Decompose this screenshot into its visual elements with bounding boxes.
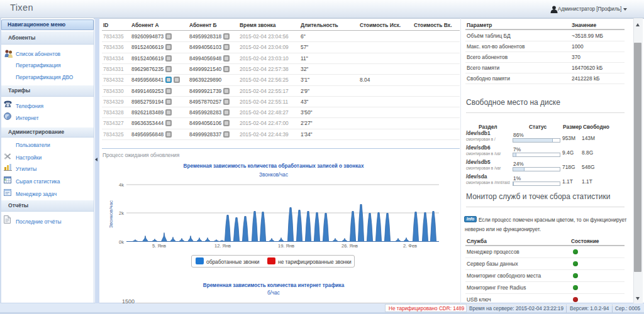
svg-text:2. Фев: 2. Фев [403, 243, 417, 249]
svg-text:2k: 2k [119, 210, 124, 216]
svg-text:26. Янв: 26. Янв [341, 243, 358, 249]
svg-text:0k: 0k [119, 239, 124, 245]
svg-text:5. Янв: 5. Янв [152, 243, 166, 249]
svg-text:19. Янв: 19. Янв [278, 243, 294, 249]
svg-text:4k: 4k [119, 182, 124, 188]
svg-text:12. Янв: 12. Янв [214, 243, 231, 249]
